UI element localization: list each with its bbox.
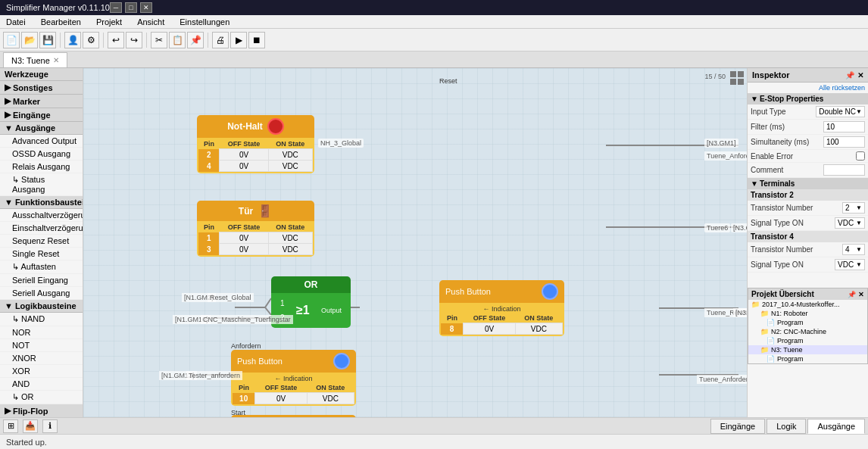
item-einschaltverzog[interactable]: Einschaltverzögerung <box>0 222 83 235</box>
bottom-tab-ausgange[interactable]: Ausgänge <box>807 419 865 434</box>
item-ossd-ausgang[interactable]: OSSD Ausgang <box>0 148 83 161</box>
tree-n2-program[interactable]: 📄Program <box>748 336 867 345</box>
project-close-button[interactable]: ✕ <box>858 291 864 298</box>
menu-ansicht[interactable]: Ansicht <box>134 17 167 27</box>
redo-button[interactable]: ↪ <box>126 32 142 48</box>
stop-button[interactable]: ⏹ <box>248 32 265 48</box>
inspector-pin-button[interactable]: 📌 <box>845 71 854 80</box>
pb-anfordern-indicator <box>333 353 350 369</box>
transistor4-number-row: Transistor Number 4 ▼ <box>748 242 868 257</box>
item-auftasten[interactable]: ↳ Auftasten <box>0 260 83 274</box>
item-status-ausgang[interactable]: ↳ Status Ausgang <box>0 173 83 196</box>
project-panel-header: Projekt Übersicht 📌 ✕ <box>748 288 867 300</box>
pb-start-node[interactable]: Push Button ← Indication PinOFF StateON … <box>231 415 356 417</box>
pb-reset-connector: [N3.GM2] <box>733 308 747 317</box>
door-node[interactable]: Tür 🚪 PinOFF StateON State 1 0V VDC 3 0V… <box>197 201 314 257</box>
open-button[interactable]: 📂 <box>21 32 38 48</box>
pb-anfordern-title: Push Button <box>237 357 283 366</box>
menu-projekt[interactable]: Projekt <box>93 17 125 27</box>
label-tester-anfordern: Tester_anfordern <box>186 371 242 380</box>
bottom-tab-eingange[interactable]: Eingänge <box>710 419 766 434</box>
item-xnor[interactable]: XNOR <box>0 352 83 365</box>
reset-all-button[interactable]: Alle rücksetzen <box>748 83 868 93</box>
pb-anfordern-tag: Tuene_Anforderung <box>704 151 747 161</box>
item-ausschaltverzog[interactable]: Ausschaltverzögerung <box>0 209 83 222</box>
comment-input[interactable] <box>823 164 865 176</box>
inspector-close-button[interactable]: ✕ <box>857 71 863 80</box>
filter-input[interactable] <box>823 121 865 133</box>
fit-view-button[interactable] <box>730 71 744 85</box>
bottom-tab-logik[interactable]: Logik <box>767 419 806 434</box>
enable-error-checkbox[interactable] <box>856 151 865 161</box>
toolbar: 📄 📂 💾 👤 ⚙ ↩ ↪ ✂ 📋 📌 🖨 ▶ ⏹ <box>0 29 868 51</box>
pb-reset-node[interactable]: Push Button ← Indication PinOFF StateON … <box>439 280 564 336</box>
maximize-button[interactable]: □ <box>125 2 137 13</box>
inspector-title: Inspektor <box>752 70 790 80</box>
or-symbol: ≥1 <box>296 304 310 317</box>
tree-n3-tuene[interactable]: 📁N3: Tuene <box>748 345 867 354</box>
app-title: Simplifier Manager v0.11.10 <box>6 3 110 12</box>
run-button[interactable]: ▶ <box>230 32 247 48</box>
menu-bearbeiten[interactable]: Bearbeiten <box>38 17 84 27</box>
item-xor[interactable]: XOR <box>0 365 83 378</box>
item-nor[interactable]: NOR <box>0 326 83 339</box>
item-nand[interactable]: ↳ NAND <box>0 313 83 326</box>
section-logikbausteine[interactable]: ▼ Logikbausteine <box>0 300 83 313</box>
item-not[interactable]: NOT <box>0 339 83 352</box>
canvas-area[interactable]: 15 / 50 Not-Halt PinOFF StateON State 2 … <box>83 68 747 417</box>
tree-n1-program[interactable]: 📄Program <box>748 318 867 327</box>
section-funktionsbausteine[interactable]: ▼ Funktionsbausteine <box>0 196 83 209</box>
inspector-filter-row: Filter (ms) <box>748 120 868 135</box>
transistor2-number-value: 2 <box>845 204 850 212</box>
item-seriell-ausgang[interactable]: Seriell Ausgang <box>0 287 83 300</box>
close-button[interactable]: ✕ <box>140 2 152 13</box>
tree-n2-cnc[interactable]: 📁N2: CNC-Machine <box>748 327 867 336</box>
section-ausgange[interactable]: ▼ Ausgänge <box>0 122 83 135</box>
menu-einstellungen[interactable]: Einstellungen <box>176 17 233 27</box>
tree-n3-program[interactable]: 📄Program <box>748 354 867 363</box>
undo-button[interactable]: ↩ <box>108 32 124 48</box>
section-eingange[interactable]: ▶ Eingänge <box>0 108 83 122</box>
new-button[interactable]: 📄 <box>3 32 20 48</box>
project-overview-panel: Projekt Übersicht 📌 ✕ 📁 2017_10.4-Muster… <box>748 288 868 364</box>
section-flipflop[interactable]: ▶ Flip-Flop <box>0 404 83 417</box>
item-or[interactable]: ↳ OR <box>0 391 83 404</box>
tab-close-button[interactable]: ✕ <box>53 56 59 64</box>
pb-reset-indicator <box>542 283 558 300</box>
settings-button[interactable]: ⚙ <box>83 32 99 48</box>
transistor4-number-value: 4 <box>845 245 850 254</box>
tab-n3-tuene[interactable]: N3: Tuene ✕ <box>3 52 67 67</box>
canvas-zoom-fit[interactable]: ⊞ <box>3 419 18 433</box>
cut-button[interactable]: ✂ <box>151 32 167 48</box>
minimize-button[interactable]: ─ <box>110 2 122 13</box>
project-pin-button[interactable]: 📌 <box>848 291 856 298</box>
pb-anfordern-indication: ← Indication <box>233 374 354 383</box>
section-marker[interactable]: ▶ Marker <box>0 95 83 108</box>
copy-button[interactable]: 📋 <box>169 32 186 48</box>
item-sequenz-reset[interactable]: Sequenz Reset <box>0 235 83 248</box>
section-sonstiges[interactable]: ▶ Sonstiges <box>0 81 83 95</box>
left-panel: Werkzeuge ▶ Sonstiges ▶ Marker ▶ Eingäng… <box>0 68 83 417</box>
menu-datei[interactable]: Datei <box>3 17 29 27</box>
canvas-info[interactable]: ℹ <box>42 419 58 433</box>
item-advanced-output[interactable]: Advanced Output <box>0 135 83 148</box>
estop-node[interactable]: Not-Halt PinOFF StateON State 2 0V VDC 4… <box>197 115 314 173</box>
estop-header: Not-Halt <box>197 115 314 138</box>
item-and[interactable]: AND <box>0 378 83 391</box>
save-button[interactable]: 💾 <box>39 32 56 48</box>
paste-button[interactable]: 📌 <box>187 32 204 48</box>
user-button[interactable]: 👤 <box>64 32 81 48</box>
or-header: OR <box>271 276 351 293</box>
print-button[interactable]: 🖨 <box>212 32 229 48</box>
item-relais-ausgang[interactable]: Relais Ausgang <box>0 161 83 173</box>
tree-root[interactable]: 📁 2017_10.4-Musterkoffer... <box>748 300 867 309</box>
pb-anfordern-node[interactable]: Push Button ← Indication PinOFF StateON … <box>231 350 356 406</box>
node-count: 15 / 50 <box>704 73 726 80</box>
canvas-export[interactable]: 📥 <box>23 419 38 433</box>
tree-n1-roboter[interactable]: 📁N1: Roboter <box>748 309 867 318</box>
inspector-estop-section: ▼ E-Stop Properties <box>748 93 868 104</box>
item-seriell-eingang[interactable]: Seriell Eingang <box>0 274 83 287</box>
simultaneity-input[interactable] <box>823 136 865 148</box>
item-single-reset[interactable]: Single Reset <box>0 248 83 260</box>
door-body: PinOFF StateON State 1 0V VDC 3 0V VDC <box>197 221 314 257</box>
